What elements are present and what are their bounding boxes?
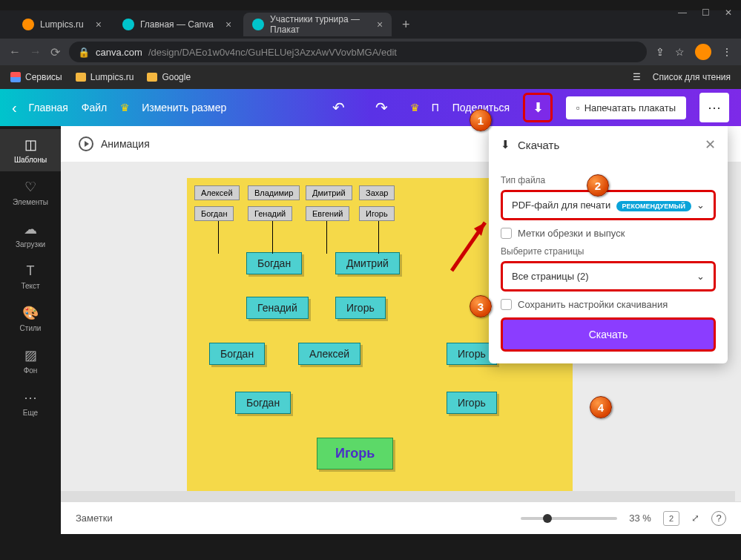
arrow-annotation: [448, 215, 493, 274]
bracket-seed[interactable]: Алексей: [194, 185, 240, 200]
filetype-select[interactable]: PDF-файл для печати РЕКОМЕНДУЕМЫЙ ⌄: [501, 190, 716, 220]
resize-button[interactable]: ♛ Изменить размер: [120, 102, 226, 113]
url-domain: canva.com: [96, 47, 142, 58]
file-menu[interactable]: Файл: [82, 102, 107, 113]
sidebar-more[interactable]: ⋯Еще: [0, 382, 61, 424]
tab-title: Lumpics.ru: [40, 19, 84, 30]
window-minimize[interactable]: —: [678, 7, 687, 18]
canvas-area: Анимация Алексей Владимир Дмитрий Захар …: [61, 126, 741, 534]
premium-label: ♛ П: [410, 102, 439, 113]
annotation-marker-2: 2: [587, 174, 609, 197]
download-icon: ⬇: [501, 138, 510, 151]
star-icon[interactable]: ☆: [675, 46, 685, 58]
sidebar-elements[interactable]: ♡Элементы: [0, 171, 61, 214]
bracket-node[interactable]: Генадий: [246, 297, 309, 319]
sidebar-templates[interactable]: ◫Шаблоны: [0, 129, 61, 171]
avatar[interactable]: [695, 44, 711, 60]
download-panel: ⬇Скачать ✕ Тип файла PDF-файл для печати…: [489, 126, 728, 363]
sidebar-uploads[interactable]: ☁Загрузки: [0, 214, 61, 256]
window-close[interactable]: ✕: [725, 7, 732, 18]
list-icon: ☰: [633, 72, 641, 82]
panel-title: Скачать: [518, 139, 559, 151]
zoom-slider[interactable]: [521, 517, 617, 520]
lock-icon: 🔒: [78, 47, 90, 58]
url-input[interactable]: 🔒 canva.com/design/DAEo1w0v4nc/GuHELUej3…: [69, 42, 647, 62]
notes-button[interactable]: Заметки: [76, 513, 113, 524]
close-icon[interactable]: ✕: [705, 136, 716, 153]
bracket-node[interactable]: Богдан: [235, 392, 291, 414]
fullscreen-icon[interactable]: ⤢: [691, 513, 699, 524]
annotation-marker-1: 1: [470, 109, 492, 131]
left-sidebar: ◫Шаблоны ♡Элементы ☁Загрузки TТекст 🎨Сти…: [0, 126, 61, 534]
download-confirm-button[interactable]: Скачать: [501, 317, 716, 352]
sidebar-text[interactable]: TТекст: [0, 256, 61, 297]
browser-tabs: Lumpics.ru × Главная — Canva × Участники…: [0, 10, 741, 39]
home-button[interactable]: ‹ Главная: [12, 99, 68, 116]
recommended-badge: РЕКОМЕНДУЕМЫЙ: [616, 201, 691, 211]
reading-list[interactable]: ☰ Список для чтения: [633, 72, 731, 82]
bracket-node[interactable]: Богдан: [246, 252, 302, 274]
slider-thumb[interactable]: [543, 514, 552, 523]
horizontal-scrollbar[interactable]: [61, 491, 735, 501]
crop-marks-checkbox[interactable]: Метки обрезки и выпуск: [501, 228, 716, 239]
undo-button[interactable]: ↶: [324, 93, 354, 122]
bracket-node[interactable]: Богдан: [209, 343, 265, 365]
bracket-node[interactable]: Дмитрий: [335, 252, 400, 274]
page-indicator[interactable]: 2: [663, 511, 679, 526]
bracket-node[interactable]: Игорь: [447, 392, 497, 414]
bookmark-google[interactable]: Google: [147, 72, 191, 82]
bracket-seed[interactable]: Евгений: [306, 206, 349, 221]
tab-canva-design[interactable]: Участники турнира — Плакат ×: [243, 13, 392, 36]
close-icon[interactable]: ×: [377, 19, 383, 30]
menu-icon[interactable]: ⋮: [722, 46, 732, 58]
checkbox-icon: [501, 228, 512, 239]
favicon-canva: [122, 19, 134, 30]
bracket-seed[interactable]: Богдан: [194, 206, 234, 221]
annotation-marker-3: 3: [470, 295, 492, 317]
animation-button[interactable]: Анимация: [101, 138, 150, 150]
bracket-node[interactable]: Игорь: [335, 297, 386, 319]
tab-canva-home[interactable]: Главная — Canva ×: [113, 13, 240, 36]
tab-lumpics[interactable]: Lumpics.ru ×: [13, 13, 111, 36]
url-path: /design/DAEo1w0v4nc/GuHELUej3AzxAwVVovbM…: [148, 47, 397, 58]
bracket-winner[interactable]: Игорь: [317, 438, 393, 470]
bracket-seed[interactable]: Игорь: [359, 206, 395, 221]
close-icon[interactable]: ×: [96, 19, 102, 30]
address-bar: ← → ⟳ 🔒 canva.com/design/DAEo1w0v4nc/GuH…: [0, 39, 741, 65]
sidebar-styles[interactable]: 🎨Стили: [0, 297, 61, 340]
folder-icon: [76, 73, 86, 82]
bracket-node[interactable]: Алексей: [298, 343, 360, 365]
bottom-toolbar: Заметки 33 % 2 ⤢ ?: [61, 501, 741, 534]
save-settings-checkbox[interactable]: Сохранить настройки скачивания: [501, 299, 716, 310]
animation-icon: [79, 136, 93, 151]
pages-select[interactable]: Все страницы (2) ⌄: [501, 261, 716, 291]
chevron-down-icon: ⌄: [696, 271, 705, 282]
window-maximize[interactable]: ☐: [702, 7, 710, 18]
annotation-marker-4: 4: [590, 396, 612, 418]
canva-toolbar: ‹ Главная Файл ♛ Изменить размер ↶ ↷ ♛ П…: [0, 89, 741, 126]
bracket-seed[interactable]: Генадий: [248, 206, 292, 221]
bookmark-lumpics[interactable]: Lumpics.ru: [76, 72, 134, 82]
pages-label: Выберите страницы: [501, 246, 716, 257]
zoom-value[interactable]: 33 %: [629, 513, 651, 524]
close-icon[interactable]: ×: [225, 19, 231, 30]
bracket-seed[interactable]: Захар: [359, 185, 395, 200]
tab-title: Главная — Canva: [140, 19, 214, 30]
folder-icon: [147, 73, 157, 82]
more-button[interactable]: ⋯: [699, 93, 729, 122]
chevron-down-icon: ⌄: [696, 200, 705, 211]
nav-back[interactable]: ←: [9, 45, 21, 59]
bracket-seed[interactable]: Владимир: [248, 185, 300, 200]
favicon-canva: [252, 19, 264, 30]
new-tab-button[interactable]: +: [395, 17, 418, 33]
download-button[interactable]: ⬇: [523, 93, 553, 122]
print-button[interactable]: ▫Напечатать плакаты: [566, 96, 686, 119]
help-icon[interactable]: ?: [711, 511, 726, 526]
favicon-orange: [22, 19, 34, 30]
bracket-seed[interactable]: Дмитрий: [306, 185, 352, 200]
nav-reload[interactable]: ⟳: [50, 45, 60, 59]
redo-button[interactable]: ↷: [367, 93, 397, 122]
sidebar-background[interactable]: ▨Фон: [0, 340, 61, 382]
share-icon[interactable]: ⇪: [656, 46, 665, 58]
bookmark-services[interactable]: Сервисы: [10, 72, 62, 82]
